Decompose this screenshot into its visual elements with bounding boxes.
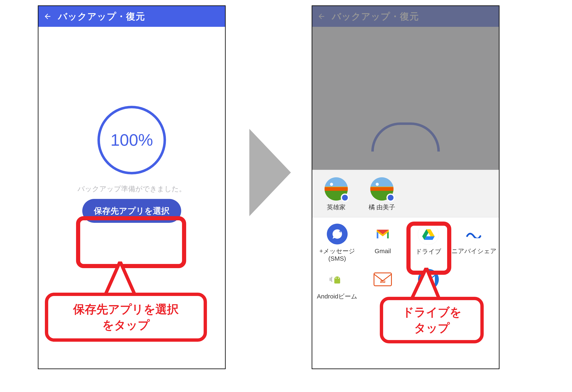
share-app-android-beam[interactable]: Androidビーム	[314, 267, 360, 302]
back-icon[interactable]	[41, 10, 54, 23]
badge-icon	[386, 194, 395, 202]
app-label: Androidビーム	[317, 293, 357, 300]
svg-rect-8	[334, 279, 340, 283]
progress-value: 100%	[111, 131, 153, 150]
share-contact[interactable]: 橘 由美子	[366, 177, 397, 212]
app-bar: バックアップ・復元	[38, 6, 225, 27]
share-app-plus-message[interactable]: + +メッセージ(SMS)	[314, 222, 360, 264]
nearby-share-icon	[463, 224, 484, 245]
app-label: ドライブ	[415, 248, 441, 255]
share-contacts-row: 英雄家 橘 由美子	[312, 170, 499, 217]
callout-right: ドライブを タップ	[380, 297, 484, 343]
badge-icon	[341, 194, 349, 202]
callout-right-text: ドライブを タップ	[402, 304, 461, 336]
arrow-icon	[249, 129, 291, 216]
page-title: バックアップ・復元	[58, 10, 145, 23]
share-app-gmail[interactable]: Gmail	[360, 222, 406, 264]
contact-name: 橘 由美子	[369, 203, 395, 212]
svg-point-9	[335, 278, 336, 279]
android-beam-icon	[327, 269, 348, 290]
svg-text:au: au	[380, 279, 385, 284]
app-label: ニアバイシェア	[451, 247, 497, 255]
progress-ring: 100%	[97, 106, 166, 174]
plus-message-icon: +	[327, 224, 348, 245]
share-contact[interactable]: 英雄家	[321, 177, 352, 212]
avatar-icon	[370, 177, 394, 201]
callout-left: 保存先アプリを選択 をタップ	[45, 293, 207, 342]
drive-icon	[418, 224, 439, 245]
svg-point-10	[338, 278, 339, 279]
share-app-drive[interactable]: ドライブ	[406, 222, 451, 264]
app-label: +メッセージ(SMS)	[314, 247, 360, 262]
avatar-icon	[325, 177, 348, 201]
callout-left-text: 保存先アプリを選択 をタップ	[73, 301, 179, 333]
select-destination-button[interactable]: 保存先アプリを選択	[82, 199, 181, 223]
au-mail-icon: au	[372, 269, 393, 290]
gmail-icon	[372, 224, 393, 245]
share-app-nearby[interactable]: ニアバイシェア	[451, 222, 497, 264]
contact-name: 英雄家	[327, 203, 346, 212]
svg-marker-2	[249, 129, 291, 216]
svg-text:+: +	[339, 228, 342, 234]
backup-ready-text: バックアップ準備ができました。	[38, 184, 225, 194]
app-label: Gmail	[375, 247, 391, 255]
share-apps-grid: + +メッセージ(SMS) Gmail ドライブ	[312, 217, 499, 302]
